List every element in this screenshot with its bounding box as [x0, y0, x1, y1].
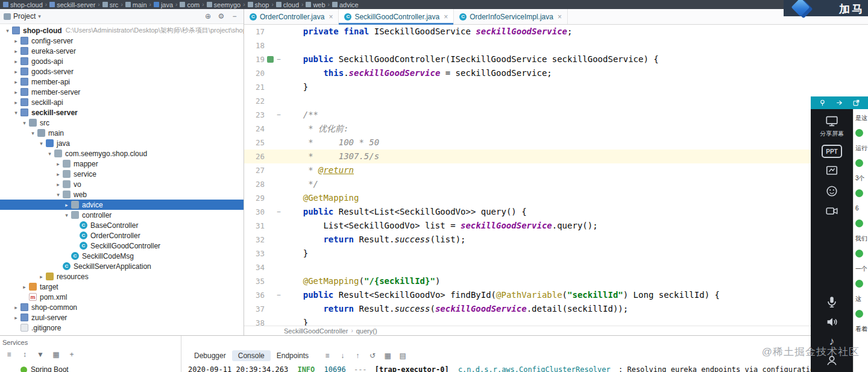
list-icon[interactable]: ≡	[323, 352, 332, 360]
chevron-down-icon[interactable]: ▾	[46, 151, 54, 157]
tree-item-SeckillCodeMsg[interactable]: SeckillCodeMsg	[0, 251, 244, 261]
tree-item-goods-server[interactable]: ▸goods-server	[0, 66, 244, 77]
tree-item-service[interactable]: ▸service	[0, 169, 244, 179]
chevron-right-icon[interactable]: ▸	[12, 58, 20, 65]
tree-item-eureka-server[interactable]: ▸eureka-server	[0, 46, 244, 56]
code-area[interactable]: private final ISeckillGoodService seckil…	[283, 25, 868, 326]
chevron-down-icon[interactable]: ▾	[63, 212, 71, 218]
tree-item-java[interactable]: ▾java	[0, 138, 244, 148]
breadcrumb-item[interactable]: advice	[330, 1, 360, 8]
code-line-30[interactable]: public Result<List<SeckillGoodVo>> query…	[283, 205, 868, 219]
chevron-right-icon[interactable]: ▸	[12, 304, 20, 311]
locate-file-icon[interactable]: ⊕	[203, 12, 213, 20]
tab-debugger[interactable]: Debugger	[188, 350, 232, 361]
breadcrumb-item[interactable]: java	[152, 1, 175, 8]
close-icon[interactable]: ×	[558, 13, 562, 21]
tree-item-zuul-server[interactable]: ▸zuul-server	[0, 312, 244, 323]
add-icon[interactable]: +	[68, 350, 76, 359]
fold-icon[interactable]: −	[275, 208, 283, 216]
breadcrumb-item[interactable]: shop-cloud	[1, 1, 45, 8]
chevron-right-icon[interactable]: ▸	[12, 48, 20, 54]
camera-button[interactable]	[825, 204, 838, 218]
grid-icon[interactable]: ▦	[383, 352, 392, 360]
code-line-27[interactable]: * @return	[283, 163, 868, 177]
code-line-20[interactable]: this.seckillGoodService = seckillGoodSer…	[283, 66, 868, 80]
panel-icon[interactable]: ▤	[398, 352, 407, 360]
code-line-29[interactable]: @GetMapping	[283, 191, 868, 205]
code-line-37[interactable]: return Result.success(seckillGoodService…	[283, 302, 868, 316]
breadcrumb-item[interactable]: SeckillGoodController	[284, 327, 348, 335]
code-line-28[interactable]: */	[283, 177, 868, 191]
pin-icon[interactable]	[819, 99, 826, 107]
tree-item-SeckillServerApplication[interactable]: SeckillServerApplication	[0, 261, 244, 271]
chevron-right-icon[interactable]: ▸	[37, 274, 45, 280]
tree-item-controller[interactable]: ▾controller	[0, 210, 244, 220]
tree-item-main[interactable]: ▾main	[0, 128, 244, 138]
breadcrumb-item[interactable]: src	[101, 1, 121, 8]
chevron-right-icon[interactable]: ▸	[12, 38, 20, 44]
spring-boot-item[interactable]: Spring Boot	[20, 365, 69, 372]
editor-body[interactable]: 171819−20212223−24252627282930−313233343…	[244, 25, 868, 326]
step-up-icon[interactable]: ↑	[353, 352, 362, 360]
gear-icon[interactable]: ⚙	[216, 12, 227, 20]
tree-item-shop-cloud[interactable]: ▾shop-cloudC:\Users\Administrator\Deskto…	[0, 25, 244, 36]
board-button[interactable]	[825, 165, 838, 178]
tab-endpoints[interactable]: Endpoints	[271, 350, 315, 361]
chevron-down-icon[interactable]: ▾	[38, 13, 41, 19]
code-line-31[interactable]: List<SeckillGoodVo> list = seckillGoodSe…	[283, 219, 868, 233]
code-line-26[interactable]: * 1307.5/s	[283, 150, 868, 163]
tree-item-member-server[interactable]: ▸member-server	[0, 87, 244, 97]
tree-item-shop-common[interactable]: ▸shop-common	[0, 302, 244, 312]
breadcrumb-item[interactable]: shop	[246, 1, 271, 8]
code-line-38[interactable]: }	[283, 316, 868, 326]
tree-item-config-server[interactable]: ▸config-server	[0, 36, 244, 46]
code-line-33[interactable]: }	[283, 247, 868, 260]
tree-item-member-api[interactable]: ▸member-api	[0, 77, 244, 87]
code-line-23[interactable]: /**	[283, 108, 868, 122]
close-icon[interactable]: ×	[329, 13, 333, 21]
code-line-34[interactable]	[283, 260, 868, 274]
chevron-right-icon[interactable]: ▸	[12, 69, 20, 75]
code-line-24[interactable]: * 优化前:	[283, 122, 868, 136]
grid-icon[interactable]: ▦	[52, 350, 60, 359]
breadcrumb-item[interactable]: seckill-server	[48, 1, 97, 8]
face-button[interactable]	[825, 184, 838, 198]
fold-icon[interactable]: −	[275, 111, 283, 119]
code-line-25[interactable]: * 100 * 50	[283, 136, 868, 150]
tree-item-vo[interactable]: ▸vo	[0, 179, 244, 189]
tree-item-BaseController[interactable]: BaseController	[0, 220, 244, 230]
breadcrumb-item[interactable]: query()	[356, 327, 377, 335]
tool-window-tab-services[interactable]: Services	[2, 339, 28, 346]
fold-icon[interactable]: −	[275, 291, 283, 299]
hide-panel-icon[interactable]: −	[229, 12, 240, 20]
tree-item-seckill-api[interactable]: ▸seckill-api	[0, 97, 244, 107]
chat-strip[interactable]: 是这运行3个6我们一个这看着	[853, 109, 868, 372]
chevron-right-icon[interactable]: ▸	[12, 99, 20, 106]
speaker-button[interactable]	[825, 315, 838, 329]
code-line-21[interactable]: }	[283, 80, 868, 94]
tree-item-OrderController[interactable]: OrderController	[0, 230, 244, 241]
chevron-down-icon[interactable]: ▾	[29, 130, 37, 136]
chevron-right-icon[interactable]: ▸	[54, 181, 62, 188]
tree-item-target[interactable]: ▸target	[0, 282, 244, 292]
tree-item-seckill-server[interactable]: ▾seckill-server	[0, 107, 244, 118]
step-down-icon[interactable]: ↓	[338, 352, 347, 360]
filter-icon[interactable]: ▼	[36, 350, 45, 359]
screen-button[interactable]: 分享屏幕	[820, 115, 844, 138]
chevron-right-icon[interactable]: ▸	[54, 171, 62, 177]
tree-item-com.seemygo.shop.cloud[interactable]: ▾com.seemygo.shop.cloud	[0, 148, 244, 159]
breadcrumb-item[interactable]: main	[124, 1, 149, 8]
chevron-right-icon[interactable]: ▸	[12, 89, 20, 95]
breadcrumb-item[interactable]: com	[178, 1, 201, 8]
ppt-button[interactable]: PPT	[822, 145, 842, 158]
code-line-22[interactable]	[283, 94, 868, 108]
tree-item-mapper[interactable]: ▸mapper	[0, 159, 244, 169]
chevron-down-icon[interactable]: ▾	[12, 110, 20, 116]
share-icon[interactable]	[852, 99, 860, 107]
tree-item-web[interactable]: ▾web	[0, 189, 244, 200]
tree-item-advice[interactable]: ▸advice	[0, 200, 244, 210]
chevron-right-icon[interactable]: ▸	[54, 161, 62, 167]
chevron-right-icon[interactable]: ▸	[12, 315, 20, 321]
breadcrumb-item[interactable]: web	[304, 1, 327, 8]
expand-icon[interactable]: ↕	[20, 350, 29, 359]
